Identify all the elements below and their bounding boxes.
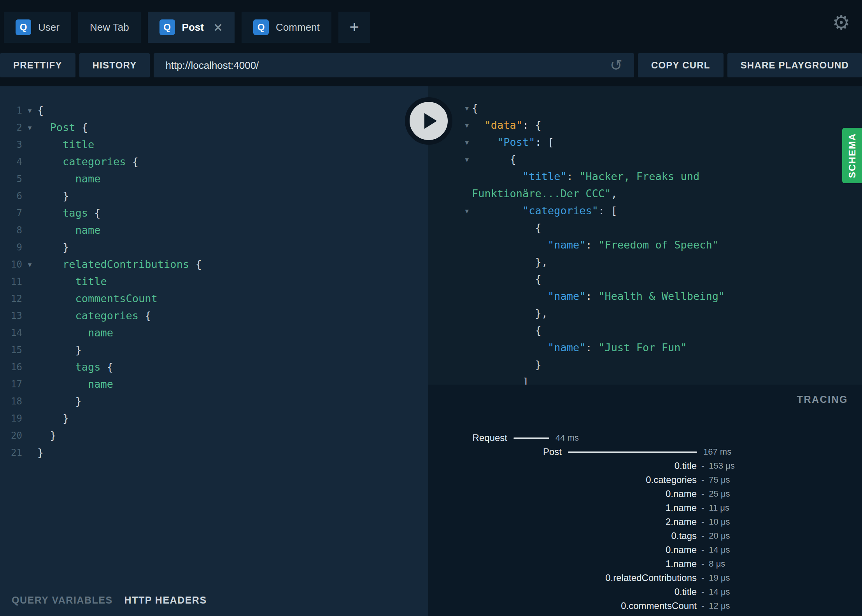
editor-line: 9 } <box>0 239 428 256</box>
editor-line: 10▾ relatedContributions { <box>0 256 428 273</box>
tab-label: Comment <box>276 21 320 33</box>
fold-arrow-icon[interactable]: ▾ <box>22 256 37 273</box>
tracing-label: 1.name <box>428 558 697 569</box>
query-editor-pane[interactable]: 1▾{2▾ Post {3 title4 categories {5 name6… <box>0 86 428 616</box>
tracing-duration: 167 ms <box>703 447 731 457</box>
collapse-arrow-icon <box>428 219 469 236</box>
collapse-arrow-icon[interactable]: ▾ <box>428 202 469 219</box>
response-line: "name": "Just For Fun" <box>428 339 862 356</box>
response-code: ] <box>472 373 783 385</box>
tracing-label: Post <box>428 446 562 457</box>
collapse-arrow-icon <box>428 305 469 322</box>
line-number: 12 <box>0 290 22 307</box>
editor-line: 7 tags { <box>0 205 428 222</box>
fold-arrow-icon[interactable]: ▾ <box>22 102 37 119</box>
reload-schema-icon[interactable]: ↺ <box>610 57 622 74</box>
collapse-arrow-icon[interactable]: ▾ <box>428 151 469 168</box>
response-line: { <box>428 322 862 339</box>
tracing-duration: 8 μs <box>709 559 725 569</box>
tab-comment[interactable]: QComment <box>242 12 331 43</box>
response-code: { <box>472 219 783 236</box>
tracing-duration: 10 μs <box>709 517 730 527</box>
tracing-label: 1.name <box>428 502 697 513</box>
tracing-row: 0.title-153 μs <box>428 459 862 473</box>
editor-line: 8 name <box>0 222 428 239</box>
tracing-duration-bar <box>568 452 697 453</box>
new-tab-button[interactable]: + <box>338 12 370 43</box>
response-line: { <box>428 271 862 288</box>
query-tab-icon: Q <box>16 19 31 35</box>
collapse-arrow-icon <box>428 373 469 385</box>
prettify-button[interactable]: PRETTIFY <box>0 53 75 77</box>
tracing-duration: 153 μs <box>709 461 735 471</box>
editor-line: 15 } <box>0 341 428 359</box>
tracing-row: Request44 ms <box>428 431 862 445</box>
toolbar: PRETTIFY HISTORY http://localhost:4000/ … <box>0 53 862 77</box>
result-pane: ▾{▾"data": {▾"Post": [▾{"title": "Hacker… <box>428 86 862 616</box>
line-number: 7 <box>0 205 22 222</box>
tab-new-tab[interactable]: New Tab <box>78 12 141 43</box>
response-code: "name": "Health & Wellbeing" <box>472 288 783 305</box>
tab-post[interactable]: QPost× <box>148 12 235 43</box>
query-code: } <box>37 427 56 444</box>
response-code: { <box>472 100 783 117</box>
tracing-label: 2.name <box>428 516 697 527</box>
response-line: "name": "Health & Wellbeing" <box>428 288 862 305</box>
tracing-dash: - <box>701 601 704 611</box>
response-code: { <box>472 322 783 339</box>
history-button[interactable]: HISTORY <box>79 53 150 77</box>
query-code: title <box>37 273 107 290</box>
query-code: tags { <box>37 205 101 222</box>
editor-line: 4 categories { <box>0 153 428 170</box>
query-variables-tab[interactable]: QUERY VARIABLES <box>12 595 113 606</box>
line-number: 8 <box>0 222 22 239</box>
line-number: 19 <box>0 410 22 427</box>
query-code: Post { <box>37 119 88 136</box>
editor-line: 21} <box>0 444 428 461</box>
tracing-dash: - <box>701 531 704 541</box>
line-number: 3 <box>0 136 22 153</box>
schema-side-tab[interactable]: SCHEMA <box>842 128 862 183</box>
tracing-duration: 11 μs <box>709 503 729 513</box>
query-code: name <box>37 376 113 393</box>
fold-arrow-icon <box>22 376 37 393</box>
query-code: name <box>37 170 101 187</box>
tracing-row: Post167 ms <box>428 445 862 459</box>
fold-arrow-icon <box>22 427 37 444</box>
query-code: categories { <box>37 153 138 170</box>
tracing-row: 0.relatedContributions-19 μs <box>428 571 862 585</box>
response-code: }, <box>472 254 783 271</box>
settings-gear-icon[interactable]: ⚙ <box>832 11 850 34</box>
collapse-arrow-icon <box>428 339 469 356</box>
tracing-duration-bar <box>513 438 549 439</box>
line-number: 2 <box>0 119 22 136</box>
fold-arrow-icon <box>22 136 37 153</box>
tracing-panel: TRACING Request44 msPost167 ms0.title-15… <box>428 385 862 616</box>
tracing-label: 0.title <box>428 586 697 597</box>
query-code: } <box>37 393 82 410</box>
tab-user[interactable]: QUser <box>4 12 71 43</box>
editor-line: 1▾{ <box>0 102 428 119</box>
endpoint-url-value: http://localhost:4000/ <box>165 60 610 72</box>
fold-arrow-icon <box>22 324 37 341</box>
tracing-duration: 75 μs <box>709 475 730 485</box>
editor-line: 13 categories { <box>0 307 428 324</box>
tracing-duration: 14 μs <box>709 545 730 555</box>
execute-query-button[interactable] <box>405 97 452 145</box>
tracing-label: 0.name <box>428 544 697 555</box>
collapse-arrow-icon <box>428 356 469 373</box>
copy-curl-button[interactable]: COPY CURL <box>638 53 724 77</box>
response-line: }, <box>428 305 862 322</box>
http-headers-tab[interactable]: HTTP HEADERS <box>124 595 207 606</box>
tracing-label: 0.name <box>428 488 697 499</box>
close-icon[interactable]: × <box>213 21 223 33</box>
fold-arrow-icon[interactable]: ▾ <box>22 119 37 136</box>
line-number: 6 <box>0 187 22 205</box>
tracing-duration: 44 ms <box>555 433 579 443</box>
response-code: }, <box>472 305 783 322</box>
response-code: "Post": [ <box>472 134 783 151</box>
endpoint-url-input[interactable]: http://localhost:4000/ ↺ <box>154 53 634 77</box>
query-code: relatedContributions { <box>37 256 202 273</box>
share-playground-button[interactable]: SHARE PLAYGROUND <box>727 53 862 77</box>
fold-arrow-icon <box>22 205 37 222</box>
